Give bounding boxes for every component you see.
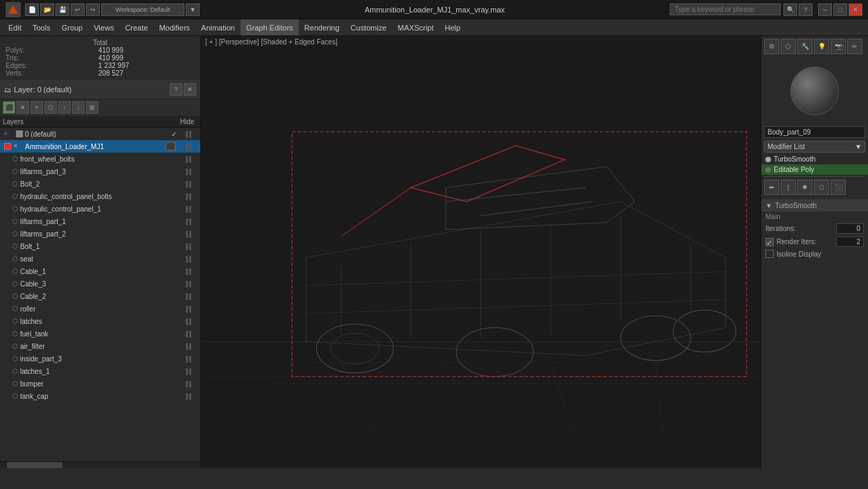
list-item[interactable]: ⬡ Bolt_2 ▐▐ [0, 178, 200, 190]
object-type-icon: ✕ [13, 143, 23, 150]
list-item[interactable]: ⬡ Cable_1 ▐▐ [0, 265, 200, 277]
layer-scrollbar-thumb[interactable] [7, 462, 62, 468]
right-panel: ⚙ ⬡ 🔧 💡 📷 ✏ Body_part_09 Modifier List ▼… [761, 36, 868, 468]
list-item[interactable]: ⬡ air_filter ▐▐ [0, 340, 200, 352]
rp-icon-5[interactable]: 📷 [831, 39, 846, 54]
modifier-edpoly[interactable]: Editable Poly [761, 164, 868, 175]
iterations-input[interactable] [836, 223, 864, 234]
redo-btn[interactable]: ↪ [86, 3, 100, 16]
rp-icon-bar: ⚙ ⬡ 🔧 💡 📷 ✏ [761, 36, 868, 57]
list-item[interactable]: ⬡ Bolt_1 ▐▐ [0, 240, 200, 252]
list-item[interactable]: ⬡ Cable_2 ▐▐ [0, 290, 200, 302]
menu-rendering[interactable]: Rendering [299, 19, 345, 35]
mesh-icon: ⬡ [12, 155, 18, 162]
close-btn[interactable]: ✕ [849, 3, 862, 16]
layer-close-btn[interactable]: ✕ [184, 83, 196, 96]
list-item[interactable]: ⬡ tank_cap ▐▐ [0, 390, 200, 402]
list-item[interactable]: ⬡ roller ▐▐ [0, 302, 200, 315]
viewport[interactable]: [ + ] [Perspective] [Shaded + Edged Face… [201, 36, 761, 468]
list-item[interactable]: ⬡ latches ▐▐ [0, 315, 200, 327]
menu-help[interactable]: Help [440, 19, 467, 35]
rp-icon-4[interactable]: 💡 [814, 39, 829, 54]
open-btn[interactable]: 📂 [40, 3, 54, 16]
isoline-checkbox[interactable] [765, 250, 774, 258]
rp-tool-5[interactable]: ⬛ [831, 180, 846, 195]
rp-tool-4[interactable]: ⬡ [814, 180, 829, 195]
search-input[interactable] [670, 3, 781, 15]
menu-edit[interactable]: Edit [3, 19, 27, 35]
viewport-content [201, 49, 761, 468]
list-item[interactable]: ⬡ latches_1 ▐▐ [0, 365, 200, 377]
menu-views[interactable]: Views [88, 19, 119, 35]
rp-icon-6[interactable]: ✏ [847, 39, 862, 54]
rp-tool-row: ⬅ | ✱ ⬡ ⬛ [761, 178, 868, 196]
app-title: Ammunition_Loader_MJ1_max_vray.max [200, 6, 670, 14]
main-layout: Total Polys: 410 999 Tris: 410 999 Edges… [0, 36, 868, 468]
rp-icon-1[interactable]: ⚙ [764, 39, 779, 54]
list-item[interactable]: ≡ 0 (default) ✓ ▐▐ [0, 128, 200, 140]
title-bar-tools: 📄 📂 💾 ↩ ↪ Workspace: Default ▼ [25, 3, 200, 16]
list-item[interactable]: ⬡ bumper ▐▐ [0, 377, 200, 390]
list-item[interactable]: ⬡ liftarms_part_3 ▐▐ [0, 165, 200, 178]
list-item[interactable]: ✕ Ammunition_Loader_MJ1 ▐▐ [0, 140, 200, 153]
layer-expand-btn[interactable]: ⊞ [86, 101, 98, 114]
layer-move-up-btn[interactable]: ↑ [58, 101, 71, 114]
undo-btn[interactable]: ↩ [71, 3, 85, 16]
mesh-icon: ⬡ [12, 280, 18, 287]
turbosm-section: ▼ TurboSmooth Main Iterations: ✓ Render … [761, 199, 868, 259]
mesh-icon: ⬡ [12, 218, 18, 225]
layer-select-btn[interactable]: ⬡ [44, 101, 57, 114]
rp-tool-3[interactable]: ✱ [797, 180, 813, 195]
new-file-btn[interactable]: 📄 [25, 3, 39, 16]
modifier-turbosm[interactable]: TurboSmooth [761, 154, 868, 164]
menu-create[interactable]: Create [119, 19, 153, 35]
modifier-list-dropdown[interactable]: Modifier List ▼ [764, 141, 865, 153]
menu-graph-editors[interactable]: Graph Editors [241, 19, 299, 35]
save-btn[interactable]: 💾 [55, 3, 69, 16]
layer-panel-actions: ? ✕ [170, 83, 196, 96]
stats-bar: Total Polys: 410 999 Tris: 410 999 Edges… [0, 36, 200, 80]
menu-customize[interactable]: Customize [345, 19, 392, 35]
list-item[interactable]: ⬡ seat ▐▐ [0, 252, 200, 265]
mesh-icon: ⬡ [12, 355, 18, 362]
help-icon[interactable]: ? [799, 3, 813, 16]
list-item[interactable]: ⬡ liftarms_part_1 ▐▐ [0, 215, 200, 228]
list-item[interactable]: ⬡ fuel_tank ▐▐ [0, 327, 200, 340]
list-item[interactable]: ⬡ hydraulic_control_panel_bolts ▐▐ [0, 190, 200, 203]
layer-help-btn[interactable]: ? [170, 83, 182, 96]
menu-maxscript[interactable]: MAXScript [392, 19, 440, 35]
rp-icon-3[interactable]: 🔧 [797, 39, 813, 54]
workspace-btn[interactable]: Workspace: Default [101, 3, 184, 16]
layer-type-icon: ≡ [4, 130, 14, 137]
search-icon[interactable]: 🔍 [783, 3, 797, 16]
list-item[interactable]: ⬡ hydraulic_control_panel_1 ▐▐ [0, 203, 200, 215]
rp-icon-2[interactable]: ⬡ [781, 39, 796, 54]
render-iters-input[interactable] [836, 237, 864, 247]
list-item[interactable]: ⬡ Cable_3 ▐▐ [0, 277, 200, 290]
object-name-field[interactable]: Body_part_09 [764, 126, 865, 138]
workspace-arrow[interactable]: ▼ [186, 3, 200, 16]
list-item[interactable]: ⬡ liftarms_part_2 ▐▐ [0, 228, 200, 240]
menu-animation[interactable]: Animation [196, 19, 241, 35]
menu-group[interactable]: Group [56, 19, 89, 35]
layer-scrollbar-horizontal[interactable] [0, 461, 200, 468]
render-iters-checkbox[interactable]: ✓ [765, 238, 774, 246]
menu-bar: Edit Tools Group Views Create Modifiers … [0, 19, 868, 36]
visibility-icon[interactable] [166, 142, 175, 151]
layer-delete-btn[interactable]: ✕ [17, 101, 29, 114]
rp-tool-2[interactable]: | [781, 180, 796, 195]
render-iters-param: ✓ Render Iters: [761, 235, 868, 248]
minimize-btn[interactable]: ─ [818, 3, 832, 16]
layer-move-down-btn[interactable]: ↓ [72, 101, 85, 114]
mesh-icon: ⬡ [12, 380, 18, 387]
layer-new-btn[interactable]: ⬛ [3, 101, 15, 114]
layer-list[interactable]: ≡ 0 (default) ✓ ▐▐ ✕ Ammunition_Loader_M… [0, 128, 200, 461]
menu-modifiers[interactable]: Modifiers [153, 19, 196, 35]
menu-tools[interactable]: Tools [27, 19, 56, 35]
layer-add-btn[interactable]: + [31, 101, 43, 114]
maximize-btn[interactable]: □ [833, 3, 847, 16]
turbosm-title: ▼ TurboSmooth [761, 200, 868, 212]
list-item[interactable]: ⬡ front_wheel_bolts ▐▐ [0, 153, 200, 165]
list-item[interactable]: ⬡ inside_part_3 ▐▐ [0, 352, 200, 365]
rp-tool-1[interactable]: ⬅ [764, 180, 779, 195]
